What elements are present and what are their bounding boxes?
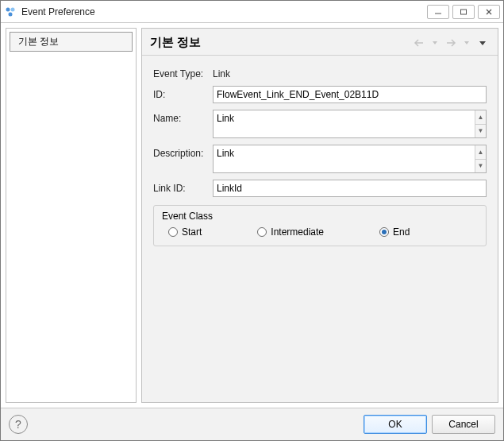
label-link-id: Link ID: — [153, 180, 213, 194]
maximize-button[interactable] — [452, 5, 475, 19]
main-header: 기본 정보 — [142, 29, 498, 56]
event-class-title: Event Class — [162, 211, 478, 222]
event-class-group: Event Class Start Intermediate End — [153, 205, 487, 246]
input-link-id[interactable] — [213, 180, 487, 197]
description-spin-up[interactable]: ▲ — [475, 145, 486, 160]
app-icon — [4, 6, 17, 18]
form-area: Event Type: Link ID: Name: ▲ ▼ — [142, 56, 498, 402]
svg-point-0 — [6, 7, 10, 11]
radio-start[interactable]: Start — [168, 226, 202, 238]
window-title: Event Preference — [21, 6, 427, 17]
radio-intermediate-dot — [257, 227, 267, 237]
sidebar: 기본 정보 — [6, 28, 137, 403]
row-description: Description: ▲ ▼ — [153, 145, 487, 173]
ok-button[interactable]: OK — [364, 415, 427, 434]
radio-end[interactable]: End — [379, 226, 410, 238]
radio-end-dot — [379, 227, 389, 237]
row-id: ID: — [153, 86, 487, 103]
name-spin-up[interactable]: ▲ — [475, 110, 486, 125]
radio-end-label: End — [393, 226, 410, 238]
dialog-window: Event Preference 기본 정보 기본 정보 — [0, 0, 504, 441]
row-event-type: Event Type: Link — [153, 65, 487, 79]
close-button[interactable] — [478, 5, 500, 19]
forward-icon[interactable] — [444, 37, 458, 49]
label-name: Name: — [153, 110, 213, 124]
forward-menu-icon[interactable] — [460, 37, 474, 49]
help-button[interactable]: ? — [9, 415, 28, 434]
sidebar-tab-basic-info[interactable]: 기본 정보 — [10, 32, 133, 52]
radio-intermediate[interactable]: Intermediate — [257, 226, 324, 238]
input-description[interactable] — [214, 145, 475, 172]
minimize-button[interactable] — [427, 5, 449, 19]
main-panel: 기본 정보 — [141, 28, 498, 403]
main-title: 기본 정보 — [150, 35, 412, 50]
name-spinner: ▲ ▼ — [475, 110, 486, 137]
description-spin-down[interactable]: ▼ — [475, 160, 486, 173]
title-bar: Event Preference — [1, 1, 503, 23]
back-icon[interactable] — [412, 37, 426, 49]
radio-start-dot — [168, 227, 178, 237]
svg-rect-4 — [461, 10, 467, 14]
event-class-options: Start Intermediate End — [162, 226, 478, 238]
footer: ? OK Cancel — [1, 408, 503, 440]
view-menu-icon[interactable] — [475, 37, 490, 49]
input-name[interactable] — [214, 110, 475, 137]
radio-start-label: Start — [182, 226, 202, 238]
input-id[interactable] — [213, 86, 487, 103]
svg-point-2 — [9, 12, 13, 16]
label-id: ID: — [153, 86, 213, 100]
header-nav — [412, 37, 490, 49]
name-spin-down[interactable]: ▼ — [475, 125, 486, 138]
radio-intermediate-label: Intermediate — [271, 226, 324, 238]
row-name: Name: ▲ ▼ — [153, 110, 487, 138]
window-controls — [427, 5, 500, 19]
description-field-wrap: ▲ ▼ — [213, 145, 487, 173]
svg-point-1 — [11, 7, 15, 11]
label-description: Description: — [153, 145, 213, 159]
description-spinner: ▲ ▼ — [475, 145, 486, 172]
name-field-wrap: ▲ ▼ — [213, 110, 487, 138]
label-event-type: Event Type: — [153, 65, 213, 79]
back-menu-icon[interactable] — [428, 37, 442, 49]
content-area: 기본 정보 기본 정보 — [1, 23, 503, 408]
value-event-type: Link — [213, 65, 230, 79]
row-link-id: Link ID: — [153, 180, 487, 197]
cancel-button[interactable]: Cancel — [432, 415, 495, 434]
